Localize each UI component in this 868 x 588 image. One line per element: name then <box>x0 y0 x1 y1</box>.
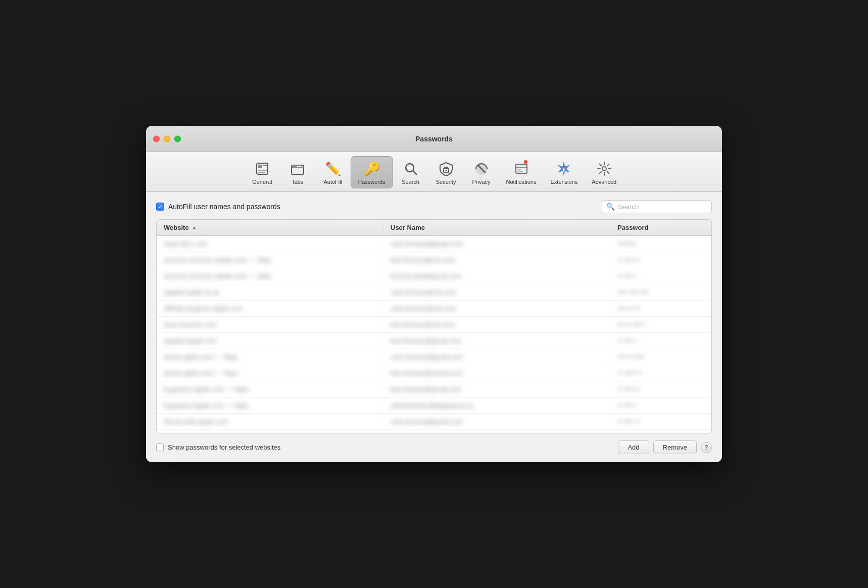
table-row[interactable]: appleid.apple-id.uk user.thomas@me.com •… <box>157 284 711 301</box>
table-row[interactable]: idmsa.auth.apple.com user.thomas@gmail.c… <box>157 414 711 430</box>
traffic-lights <box>153 135 181 142</box>
autofill-check-group: ✓ AutoFill user names and passwords <box>156 203 280 211</box>
cell-password: •• ••••• •• <box>610 365 711 381</box>
preferences-window: Passwords General <box>146 126 722 462</box>
tab-privacy-label: Privacy <box>472 179 491 185</box>
tab-privacy[interactable]: Privacy <box>464 157 499 188</box>
cell-website: idmsa.auth.apple.com <box>157 414 383 429</box>
tab-search[interactable]: Search <box>393 157 428 188</box>
tab-passwords-label: Passwords <box>358 179 385 185</box>
cell-username: user.thomas@gmail.com <box>383 349 610 365</box>
tab-notifications-label: Notifications <box>506 179 537 185</box>
col-password[interactable]: Password <box>610 220 711 235</box>
col-website[interactable]: Website ▲ <box>157 220 383 235</box>
cell-website: account.store.apple.com <box>157 430 383 433</box>
svg-rect-17 <box>517 171 523 172</box>
search-input-placeholder: Search <box>618 203 639 211</box>
cell-password: •• •••• •• <box>610 414 711 429</box>
table-header: Website ▲ User Name Password <box>157 220 711 236</box>
cell-website: itunes.apple.com — https <box>157 349 383 365</box>
table-row[interactable]: www.site1.com user.thomas@gmail.com ••••… <box>157 236 711 252</box>
cell-username: user.thomas@me.com <box>383 284 610 300</box>
bottom-bar: Show passwords for selected websites Add… <box>156 440 712 454</box>
tab-advanced-label: Advanced <box>592 179 616 185</box>
notifications-icon <box>514 160 529 178</box>
search-magnifier-icon: 🔍 <box>606 203 615 211</box>
table-row[interactable]: account.services.adobe.com — https bob.t… <box>157 252 711 268</box>
table-row[interactable]: affiliate.program.apple.com user.thomas@… <box>157 301 711 317</box>
table-row[interactable]: itunes.apple.com — https user.thomas@gma… <box>157 349 711 365</box>
sort-arrow-icon: ▲ <box>192 225 197 230</box>
table-row[interactable]: bugreport.apple.com — https administrato… <box>157 398 711 414</box>
extensions-icon <box>556 160 571 178</box>
tab-extensions[interactable]: Extensions <box>543 157 585 188</box>
show-passwords-checkbox[interactable] <box>156 444 164 451</box>
cell-website: appleid.apple.com <box>157 333 383 349</box>
svg-rect-14 <box>516 164 527 173</box>
cell-password: •••• •••• •••• <box>610 284 711 300</box>
cell-username: administrator@appleprod.us <box>383 398 610 413</box>
tab-search-label: Search <box>402 179 419 185</box>
table-body: www.site1.com user.thomas@gmail.com ••••… <box>157 236 711 433</box>
cell-website: account.services.adobe.com — https <box>157 252 383 268</box>
cell-password: •••• •• •• <box>610 301 711 316</box>
search-icon <box>403 160 418 178</box>
close-button[interactable] <box>153 135 160 142</box>
table-row[interactable]: appleid.apple.com bob.thomas@gmail.com •… <box>157 333 711 349</box>
cell-password: •• •••• • <box>610 333 711 349</box>
toolbar: General Tabs ✏️ AutoFill 🔑 <box>146 152 722 192</box>
tab-advanced[interactable]: Advanced <box>585 157 623 188</box>
search-box[interactable]: 🔍 Search <box>601 200 712 213</box>
tab-general[interactable]: General <box>245 157 280 188</box>
cell-website: www.site1.com <box>157 236 383 252</box>
svg-rect-16 <box>517 169 521 170</box>
cell-username: user.thomas@me.com <box>383 301 610 316</box>
show-passwords-group: Show passwords for selected websites <box>156 444 280 451</box>
cell-password: •••• •• •••• <box>610 349 711 365</box>
cell-password: •• •••• •• <box>610 252 711 268</box>
add-button[interactable]: Add <box>618 440 649 454</box>
tab-autofill[interactable]: ✏️ AutoFill <box>315 157 351 188</box>
help-button[interactable]: ? <box>701 442 712 453</box>
cell-password: •••••••• <box>610 236 711 252</box>
col-username[interactable]: User Name <box>383 220 610 235</box>
cell-username: bob.thomas@gmail.com <box>383 430 610 433</box>
tab-tabs-label: Tabs <box>292 179 303 185</box>
tab-security[interactable]: Security <box>428 157 464 188</box>
tab-general-label: General <box>252 179 272 185</box>
content-area: ✓ AutoFill user names and passwords 🔍 Se… <box>146 192 722 462</box>
cell-username: user.thomas@gmail.com <box>383 236 610 252</box>
cell-website: itunes.apple.com — https <box>157 365 383 381</box>
svg-rect-1 <box>258 165 262 168</box>
table-row[interactable]: itunes.apple.com — https ben.thomas@iclo… <box>157 365 711 381</box>
autofill-checkbox[interactable]: ✓ <box>156 203 164 211</box>
cell-username: bob.thomas@me.com <box>383 252 610 268</box>
tab-tabs[interactable]: Tabs <box>280 157 315 188</box>
cell-password: •• •••• • <box>610 398 711 413</box>
security-icon <box>439 160 454 178</box>
privacy-icon <box>474 160 489 178</box>
tab-passwords[interactable]: 🔑 Passwords <box>351 156 393 188</box>
minimize-button[interactable] <box>164 135 170 142</box>
maximize-button[interactable] <box>174 135 181 142</box>
cell-password: ••• •• •••• <box>610 430 711 433</box>
tab-notifications[interactable]: Notifications <box>499 157 544 188</box>
remove-button[interactable]: Remove <box>653 440 697 454</box>
general-icon <box>255 160 270 178</box>
cell-username: thomas.bob@gmail.com <box>383 268 610 284</box>
tabs-icon <box>290 160 305 178</box>
cell-username: ben.thomas@icloud.com <box>383 365 610 381</box>
table-row[interactable]: www.amazon.com bob.thomas@me.com ••• •• … <box>157 317 711 333</box>
table-row[interactable]: bugreport.apple.com — https bob.thomas@g… <box>157 381 711 398</box>
cell-website: account.services.adobe.com — https <box>157 268 383 284</box>
cell-username: user.thomas@gmail.com <box>383 414 610 429</box>
table-row[interactable]: account.services.adobe.com — https thoma… <box>157 268 711 284</box>
advanced-icon <box>597 160 612 178</box>
svg-point-23 <box>602 167 606 171</box>
autofill-check-label: AutoFill user names and passwords <box>168 203 280 211</box>
tab-extensions-label: Extensions <box>550 179 577 185</box>
table-row[interactable]: account.store.apple.com bob.thomas@gmail… <box>157 430 711 433</box>
cell-password: •• •••• • <box>610 268 711 284</box>
cell-website: www.amazon.com <box>157 317 383 332</box>
cell-username: bob.thomas@gmail.com <box>383 333 610 349</box>
